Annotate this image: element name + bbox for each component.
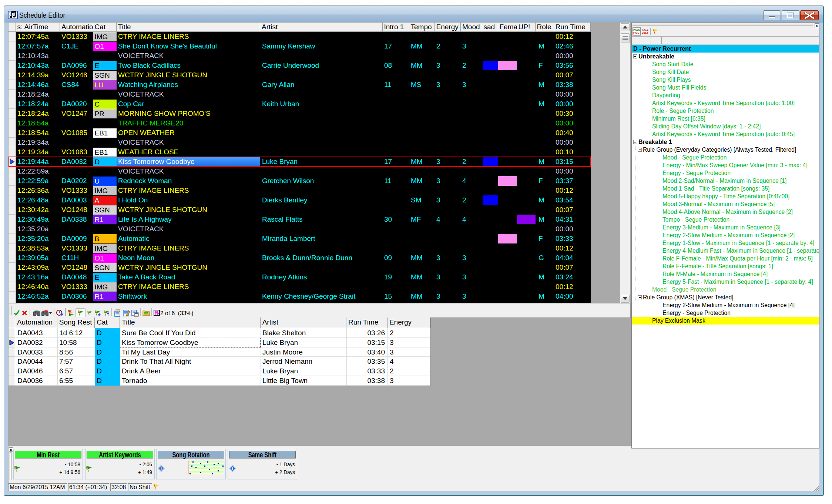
svg-text:i: i: [232, 466, 233, 471]
svg-text:i: i: [161, 466, 162, 471]
